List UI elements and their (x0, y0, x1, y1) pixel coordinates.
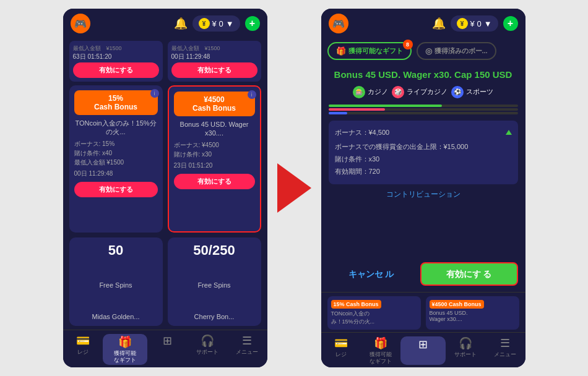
cancel-button[interactable]: キャンセ ル (329, 262, 414, 286)
top-partial-cards: 最低入金額 ¥1500 63日 01:51:20 有効にする 最低入金額 ¥15… (63, 38, 267, 82)
freespins-label-1: Free Spins (99, 281, 132, 289)
right-nav-item-support[interactable]: 🎧 サポート (446, 336, 485, 365)
nav-item-register[interactable]: 💳 レジ (63, 334, 103, 365)
bonus-detail-title: Bonus 45 USD. Wager x30. Cap 150 USD (329, 69, 518, 81)
validity-period: 有効期間：720 (335, 166, 512, 178)
details-box-header: ボーナス：¥4,500 (335, 127, 512, 139)
info-icon-1[interactable]: i (150, 89, 159, 98)
register-label: レジ (77, 349, 89, 356)
card2-timer: 23日 01:51:20 (174, 161, 255, 170)
freespins-title-2: Cherry Bon... (194, 312, 235, 321)
arrow-container (277, 163, 311, 213)
nav-item-menu[interactable]: ☰ メニュー (227, 334, 267, 365)
preview-title-1: TONcoin入金のみ！15%分の火... (331, 310, 417, 326)
left-topbar: 🎮 🔔 ¥ ¥ 0 ▼ + (63, 9, 267, 38)
nav-item-games[interactable]: ⊞ (147, 334, 187, 365)
right-register-label: レジ (335, 351, 347, 358)
freespins-number-2: 50/250 (193, 242, 235, 258)
activate-btn-2[interactable]: 有効にする (171, 62, 257, 78)
card2-title: Bonus 45 USD. Wager x30.... (174, 120, 255, 138)
tab-bar: 🎁 獲得可能なギフト 8 ◎ 獲得済みのボー... (321, 38, 525, 64)
app-container: 🎮 🔔 ¥ ¥ 0 ▼ + 最低入金額 ¥1500 63日 01:51:20 有… (57, 2, 532, 374)
freespins-card-2: 50/250 Free Spins Cherry Bon... (168, 237, 261, 327)
info-icon-2[interactable]: i (248, 90, 256, 99)
right-dropdown-arrow[interactable]: ▼ (484, 19, 492, 28)
gifts-label: 獲得可能なギフト (114, 350, 136, 364)
progress-bar-live (329, 108, 518, 111)
partial-timer-2: 00日 11:29:48 (171, 53, 257, 61)
bell-icon[interactable]: 🔔 (174, 17, 188, 30)
tab-badge-count: 8 (403, 40, 413, 49)
card1-title: TONcoin入金のみ！15%分の火... (74, 119, 158, 137)
nav-item-support[interactable]: 🎧 サポート (188, 334, 227, 365)
partial-card-2: 最低入金額 ¥1500 00日 11:29:48 有効にする (168, 41, 261, 82)
live-dot: 🎲 (392, 86, 404, 98)
currency-dot: ¥ (199, 18, 210, 29)
right-balance-value: ¥ 0 (470, 19, 482, 28)
tab-available-gifts[interactable]: 🎁 獲得可能なギフト 8 (327, 42, 412, 60)
right-nav-item-gifts[interactable]: 🎁 獲得可能なギフト (361, 336, 400, 365)
activate-btn-card1[interactable]: 有効にする (74, 182, 158, 197)
partial-timer-1: 63日 01:51:20 (73, 53, 159, 61)
tab-bonus-icon: ◎ (425, 46, 432, 56)
right-currency-dot: ¥ (457, 18, 468, 29)
activate-btn-card2[interactable]: 有効にする (174, 174, 255, 189)
tab-earned-bonuses[interactable]: ◎ 獲得済みのボー... (417, 42, 496, 60)
bonus-amount: ボーナス：¥4,500 (335, 127, 390, 139)
sports-progress-fill (329, 112, 348, 114)
preview-title-2: Bonus 45 USD.Wager x30.... (430, 310, 516, 322)
bottom-preview: 15% Cash Bonus TONcoin入金のみ！15%分の火... ¥45… (321, 292, 525, 332)
right-register-icon: 💳 (334, 336, 348, 350)
activate-btn-1[interactable]: 有効にする (73, 62, 159, 78)
right-support-label: サポート (454, 351, 477, 358)
right-nav-item-register[interactable]: 💳 レジ (321, 336, 361, 365)
right-support-icon: 🎧 (459, 336, 472, 350)
contribution-link[interactable]: コントリビューション (329, 189, 518, 200)
game-tab-casino[interactable]: 🎰 カジノ (353, 86, 388, 98)
right-bell-icon[interactable]: 🔔 (432, 17, 446, 30)
details-box: ボーナス：¥4,500 ボーナスでの獲得賞金の出金上限：¥15,000 賭け条件… (329, 121, 518, 184)
left-panel: 🎮 🔔 ¥ ¥ 0 ▼ + 最低入金額 ¥1500 63日 01:51:20 有… (63, 9, 267, 367)
register-icon: 💳 (76, 334, 90, 348)
sports-label: スポーツ (466, 87, 493, 96)
bonus-card-2: ¥4500Cash Bonus i Bonus 45 USD. Wager x3… (168, 85, 261, 233)
expand-icon[interactable] (506, 130, 512, 135)
game-tab-live-casino[interactable]: 🎲 ライブカジノ (392, 86, 447, 98)
right-nav-item-menu[interactable]: ☰ メニュー (485, 336, 525, 365)
progress-bar-casino (329, 105, 518, 107)
right-topbar: 🎮 🔔 ¥ ¥ 0 ▼ + (321, 9, 525, 38)
tab-available-label: 獲得可能なギフト (348, 46, 403, 56)
bonus-detail-area: Bonus 45 USD. Wager x30. Cap 150 USD 🎰 カ… (321, 64, 525, 258)
balance-value: ¥ 0 (212, 19, 223, 28)
balance-button[interactable]: ¥ ¥ 0 ▼ (192, 15, 240, 32)
add-funds-button[interactable]: + (245, 16, 260, 31)
freespins-number-1: 50 (108, 242, 123, 258)
nav-item-gifts[interactable]: 🎁 獲得可能なギフト (103, 334, 147, 365)
right-menu-icon: ☰ (500, 336, 510, 350)
partial-label-1: 最低入金額 ¥1500 (73, 45, 159, 53)
preview-card-2: ¥4500 Cash Bonus Bonus 45 USD.Wager x30.… (426, 296, 519, 330)
dropdown-arrow[interactable]: ▼ (226, 19, 234, 28)
right-balance-button[interactable]: ¥ ¥ 0 ▼ (451, 15, 498, 32)
right-panel: 🎮 🔔 ¥ ¥ 0 ▼ + 🎁 獲得可能なギフト 8 ◎ 獲得済みのボー... (321, 9, 525, 367)
right-gifts-label: 獲得可能なギフト (370, 351, 392, 365)
support-label: サポート (196, 349, 218, 356)
games-icon: ⊞ (163, 334, 172, 348)
game-tab-sports[interactable]: ⚽ スポーツ (451, 86, 493, 98)
right-nav-item-games[interactable]: ⊞ (400, 336, 445, 365)
preview-card-1: 15% Cash Bonus TONcoin入金のみ！15%分の火... (327, 296, 421, 330)
card1-timer: 00日 11:29:48 (74, 169, 158, 178)
right-bottom-nav: 💳 レジ 🎁 獲得可能なギフト ⊞ 🎧 サポート ☰ メニュー (321, 332, 525, 367)
max-withdrawal: ボーナスでの獲得賞金の出金上限：¥15,000 (335, 141, 512, 153)
progress-bars (329, 103, 518, 116)
right-arrow-icon (277, 163, 311, 213)
right-games-icon: ⊞ (418, 338, 428, 351)
wager-condition: 賭け条件：x30 (335, 153, 512, 166)
menu-label: メニュー (236, 349, 258, 356)
confirm-button[interactable]: 有効にす る (420, 262, 518, 286)
casino-dot: 🎰 (353, 86, 365, 98)
right-menu-label: メニュー (494, 351, 516, 358)
right-add-funds-button[interactable]: + (503, 16, 518, 31)
bonus-card-1: 15%Cash Bonus i TONcoin入金のみ！15%分の火... ボー… (69, 85, 163, 233)
preview-badge-1: 15% Cash Bonus (331, 300, 381, 309)
